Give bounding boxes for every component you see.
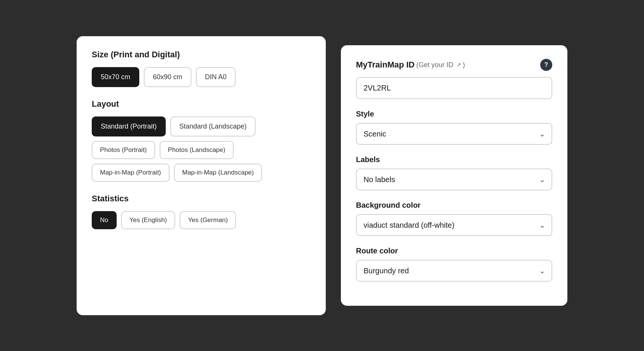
labels-section: Labels No labels English German French ⌄ bbox=[356, 155, 552, 190]
layout-btn-mapinmap-landscape[interactable]: Map-in-Map (Landscape) bbox=[174, 164, 262, 182]
mytrainmap-header-row: MyTrainMap ID (Get your ID ↗︎ ) ? bbox=[356, 59, 552, 71]
layout-section: Layout Standard (Portrait) Standard (Lan… bbox=[92, 99, 311, 182]
route-select-wrapper: Burgundy red Navy blue Forest green Slat… bbox=[356, 260, 552, 282]
external-link-icon: ↗︎ bbox=[456, 61, 461, 68]
route-label: Route color bbox=[356, 247, 552, 255]
size-section: Size (Print and Digital) 50x70 cm 60x90 … bbox=[92, 50, 311, 87]
route-color-section: Route color Burgundy red Navy blue Fores… bbox=[356, 247, 552, 282]
layout-button-group: Standard (Portrait) Standard (Landscape)… bbox=[92, 116, 311, 182]
get-id-label: (Get your ID bbox=[416, 61, 453, 69]
statistics-btn-no[interactable]: No bbox=[92, 211, 117, 229]
background-select[interactable]: viaduct standard (off-white) white black… bbox=[356, 214, 552, 236]
right-panel: MyTrainMap ID (Get your ID ↗︎ ) ? Style … bbox=[341, 45, 567, 306]
style-select[interactable]: Scenic Classic Modern Minimal bbox=[356, 123, 552, 145]
background-label: Background color bbox=[356, 201, 552, 210]
left-panel: Size (Print and Digital) 50x70 cm 60x90 … bbox=[77, 36, 326, 315]
statistics-section-title: Statistics bbox=[92, 194, 311, 204]
help-icon[interactable]: ? bbox=[540, 59, 552, 71]
layout-btn-standard-portrait[interactable]: Standard (Portrait) bbox=[92, 116, 166, 136]
size-button-group: 50x70 cm 60x90 cm DIN A0 bbox=[92, 67, 311, 87]
size-btn-50x70[interactable]: 50x70 cm bbox=[92, 67, 139, 87]
labels-select-wrapper: No labels English German French ⌄ bbox=[356, 169, 552, 190]
mytrainmap-label: MyTrainMap ID bbox=[356, 60, 414, 70]
labels-label: Labels bbox=[356, 155, 552, 164]
statistics-btn-yes-german[interactable]: Yes (German) bbox=[180, 211, 236, 229]
background-section: Background color viaduct standard (off-w… bbox=[356, 201, 552, 236]
statistics-btn-yes-english[interactable]: Yes (English) bbox=[121, 211, 176, 229]
layout-btn-standard-landscape[interactable]: Standard (Landscape) bbox=[170, 116, 256, 136]
style-label: Style bbox=[356, 110, 552, 118]
size-section-title: Size (Print and Digital) bbox=[92, 50, 311, 60]
labels-select[interactable]: No labels English German French bbox=[356, 169, 552, 190]
statistics-button-group: No Yes (English) Yes (German) bbox=[92, 211, 311, 229]
get-id-suffix: ) bbox=[463, 61, 465, 69]
style-select-wrapper: Scenic Classic Modern Minimal ⌄ bbox=[356, 123, 552, 145]
style-section: Style Scenic Classic Modern Minimal ⌄ bbox=[356, 110, 552, 145]
mytrainmap-id-input[interactable] bbox=[356, 77, 552, 99]
size-btn-dina0[interactable]: DIN A0 bbox=[196, 67, 236, 87]
statistics-section: Statistics No Yes (English) Yes (German) bbox=[92, 194, 311, 229]
background-select-wrapper: viaduct standard (off-white) white black… bbox=[356, 214, 552, 236]
layout-section-title: Layout bbox=[92, 99, 311, 109]
layout-btn-photos-portrait[interactable]: Photos (Portrait) bbox=[92, 141, 155, 159]
layout-btn-photos-landscape[interactable]: Photos (Landscape) bbox=[160, 141, 234, 159]
size-btn-60x90[interactable]: 60x90 cm bbox=[144, 67, 191, 87]
get-id-link[interactable]: (Get your ID ↗︎ ) bbox=[416, 61, 465, 69]
route-color-select[interactable]: Burgundy red Navy blue Forest green Slat… bbox=[356, 260, 552, 282]
layout-btn-mapinmap-portrait[interactable]: Map-in-Map (Portrait) bbox=[92, 164, 169, 182]
